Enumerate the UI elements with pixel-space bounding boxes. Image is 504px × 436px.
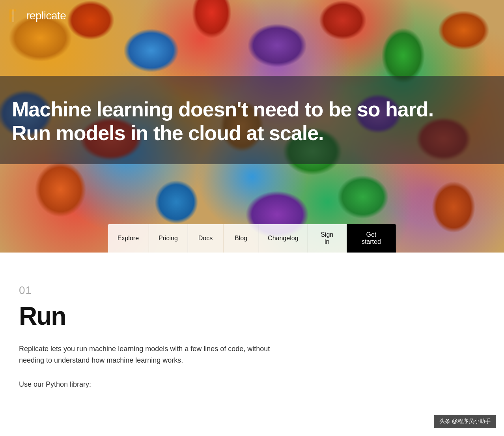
nav-getstarted[interactable]: Get started bbox=[347, 224, 396, 253]
replicate-logo-icon bbox=[9, 9, 23, 23]
hero-section: replicate Machine learning doesn't need … bbox=[0, 0, 504, 253]
logo-text: replicate bbox=[26, 9, 66, 22]
content-section: 01 Run Replicate lets you run machine le… bbox=[0, 253, 504, 406]
nav-blog[interactable]: Blog bbox=[223, 224, 259, 253]
nav-pricing[interactable]: Pricing bbox=[149, 224, 188, 253]
logo[interactable]: replicate bbox=[9, 9, 66, 23]
hero-headline-text: Machine learning doesn't need to be so h… bbox=[12, 98, 492, 145]
section-subtitle: Use our Python library: bbox=[19, 379, 485, 390]
hero-headline: Machine learning doesn't need to be so h… bbox=[0, 98, 504, 145]
nav-explore[interactable]: Explore bbox=[108, 224, 149, 253]
section-title: Run bbox=[19, 301, 485, 331]
nav-docs[interactable]: Docs bbox=[188, 224, 223, 253]
section-description: Replicate lets you run machine learning … bbox=[19, 343, 287, 366]
nav-signin[interactable]: Sign in bbox=[308, 224, 347, 253]
nav-changelog[interactable]: Changelog bbox=[259, 224, 308, 253]
svg-rect-3 bbox=[12, 9, 14, 22]
section-number: 01 bbox=[19, 284, 485, 297]
navbar: Explore Pricing Docs Blog Changelog Sign… bbox=[108, 224, 396, 253]
